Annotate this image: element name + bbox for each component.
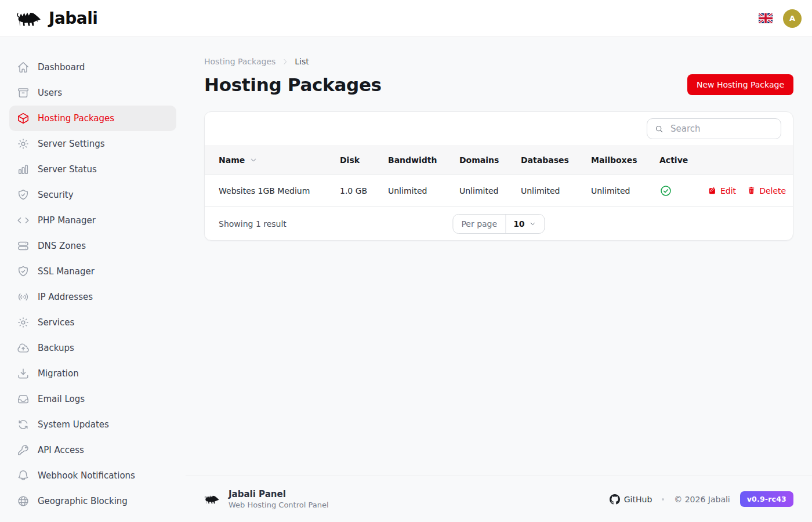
sidebar-item-label: Backups — [38, 343, 74, 353]
chevron-right-icon — [281, 57, 289, 66]
sidebar-item-ip-addresses[interactable]: IP Addresses — [9, 284, 176, 310]
per-page-control: Per page 10 — [452, 214, 545, 234]
column-header-domains: Domains — [459, 155, 521, 165]
cell-domains: Unlimited — [459, 186, 521, 195]
per-page-select[interactable]: 10 — [506, 215, 544, 233]
column-header-label: Mailboxes — [591, 155, 637, 165]
sidebar-item-api-access[interactable]: API Access — [9, 437, 176, 463]
sidebar-item-label: Dashboard — [38, 62, 85, 72]
column-header-label: Active — [659, 155, 688, 165]
column-header-databases: Databases — [521, 155, 591, 165]
table-row: Websites 1GB Medium1.0 GBUnlimitedUnlimi… — [205, 175, 793, 207]
table-body: Websites 1GB Medium1.0 GBUnlimitedUnlimi… — [205, 175, 793, 207]
column-header-active: Active — [659, 155, 708, 165]
page-footer: Jabali Panel Web Hosting Control Panel G… — [186, 476, 812, 522]
boar-logo-icon — [16, 9, 43, 28]
sidebar-item-services[interactable]: Services — [9, 310, 176, 335]
breadcrumb: Hosting Packages List — [204, 57, 793, 66]
brand-name: Jabali — [49, 9, 97, 28]
breadcrumb-hosting-packages[interactable]: Hosting Packages — [204, 57, 276, 66]
sidebar-item-label: Security — [38, 190, 74, 200]
delete-button[interactable]: Delete — [747, 186, 786, 195]
refresh-icon — [17, 418, 30, 431]
page-title: Hosting Packages — [204, 73, 382, 96]
sidebar-item-server-status[interactable]: Server Status — [9, 157, 176, 182]
sidebar: DashboardUsersHosting PackagesServer Set… — [0, 37, 186, 522]
edit-icon — [708, 186, 717, 195]
language-flag-icon[interactable] — [759, 13, 773, 23]
cell-name: Websites 1GB Medium — [219, 186, 340, 195]
column-header-name[interactable]: Name — [219, 155, 340, 165]
title-row: Hosting Packages New Hosting Package — [204, 73, 793, 96]
signal-icon — [17, 291, 30, 303]
sidebar-item-label: Server Settings — [38, 139, 104, 149]
hosting-packages-card: NameDiskBandwidthDomainsDatabasesMailbox… — [204, 111, 793, 241]
check-circle-icon — [659, 184, 708, 197]
shield-check-icon — [17, 265, 30, 278]
sidebar-item-migration[interactable]: Migration — [9, 361, 176, 386]
edit-label: Edit — [720, 186, 736, 195]
sidebar-item-hosting-packages[interactable]: Hosting Packages — [9, 106, 176, 131]
per-page-label: Per page — [453, 215, 506, 233]
search-input[interactable] — [669, 123, 774, 135]
sidebar-item-dashboard[interactable]: Dashboard — [9, 55, 176, 80]
github-link[interactable]: GitHub — [610, 494, 652, 505]
sidebar-item-dns-zones[interactable]: DNS Zones — [9, 233, 176, 259]
cube-icon — [17, 112, 30, 125]
sidebar-item-label: Users — [38, 88, 62, 98]
cell-databases: Unlimited — [521, 186, 591, 195]
cell-bandwidth: Unlimited — [388, 186, 459, 195]
sidebar-item-email-logs[interactable]: Email Logs — [9, 386, 176, 412]
sidebar-item-label: Server Status — [38, 164, 97, 175]
sidebar-item-users[interactable]: Users — [9, 80, 176, 106]
cell-active — [659, 184, 708, 197]
version-badge: v0.9-rc43 — [740, 491, 793, 507]
sidebar-item-system-updates[interactable]: System Updates — [9, 412, 176, 437]
inbox-icon — [17, 393, 30, 405]
new-hosting-package-button[interactable]: New Hosting Package — [687, 74, 793, 95]
search-box — [647, 118, 781, 139]
column-header-bandwidth: Bandwidth — [388, 155, 459, 165]
delete-label: Delete — [759, 186, 786, 195]
brand-logo[interactable]: Jabali — [16, 9, 97, 28]
main-content: Hosting Packages List Hosting Packages N… — [186, 37, 812, 476]
key-icon — [17, 444, 30, 456]
server-stack-icon — [17, 240, 30, 252]
sidebar-item-geographic-blocking[interactable]: Geographic Blocking — [9, 488, 176, 514]
gear-icon — [17, 137, 30, 150]
sidebar-item-label: PHP Manager — [38, 215, 96, 226]
sidebar-item-label: Services — [38, 317, 74, 328]
footer-subtitle: Web Hosting Control Panel — [229, 501, 329, 509]
edit-button[interactable]: Edit — [708, 186, 736, 195]
sidebar-item-label: API Access — [38, 445, 84, 455]
sidebar-item-label: Email Logs — [38, 394, 85, 404]
bar-chart-icon — [17, 163, 30, 176]
cloud-up-icon — [17, 342, 30, 354]
boar-logo-icon — [204, 493, 220, 505]
sidebar-item-php-manager[interactable]: PHP Manager — [9, 208, 176, 233]
sidebar-item-label: Geographic Blocking — [38, 496, 128, 506]
code-icon — [17, 214, 30, 227]
results-summary: Showing 1 result — [219, 219, 287, 229]
archive-box-icon — [17, 86, 30, 99]
copyright: © 2026 Jabali — [674, 495, 730, 504]
column-header-label: Bandwidth — [388, 155, 437, 165]
sidebar-item-label: SSL Manager — [38, 266, 95, 277]
sidebar-item-webhook-notifications[interactable]: Webhook Notifications — [9, 463, 176, 488]
chevron-down-icon — [529, 220, 537, 228]
avatar[interactable]: A — [783, 9, 802, 28]
sidebar-item-ssl-manager[interactable]: SSL Manager — [9, 259, 176, 284]
trash-icon — [747, 186, 756, 195]
column-header-mailboxes: Mailboxes — [591, 155, 659, 165]
sidebar-item-backups[interactable]: Backups — [9, 335, 176, 361]
sidebar-item-server-settings[interactable]: Server Settings — [9, 131, 176, 157]
row-actions: EditDelete — [708, 186, 786, 195]
github-label: GitHub — [624, 495, 652, 504]
footer-brand: Jabali Panel Web Hosting Control Panel — [204, 489, 329, 510]
sidebar-item-security[interactable]: Security — [9, 182, 176, 208]
chevron-down-icon — [249, 155, 258, 165]
home-icon — [17, 61, 30, 74]
sidebar-item-label: Webhook Notifications — [38, 470, 135, 481]
shield-check-icon — [17, 188, 30, 201]
download-icon — [17, 367, 30, 380]
